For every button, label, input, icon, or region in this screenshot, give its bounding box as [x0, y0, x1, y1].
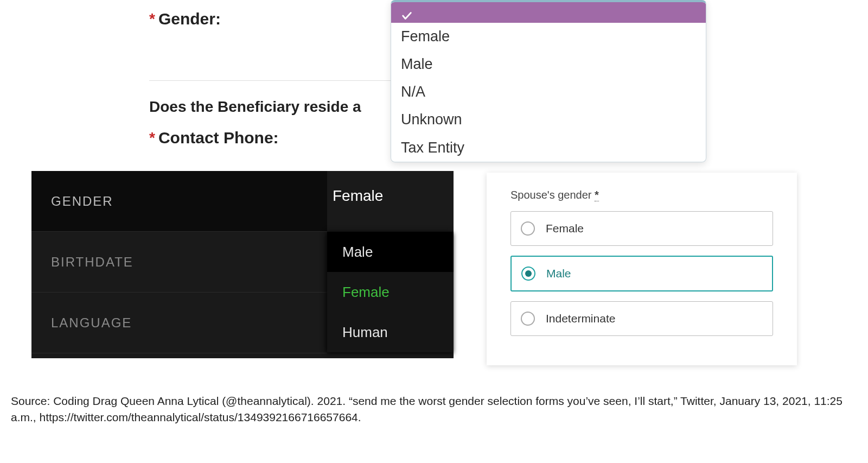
- required-asterisk: *: [149, 129, 155, 147]
- flyout-option-male[interactable]: Male: [327, 232, 454, 272]
- dropdown-option-male[interactable]: Male: [391, 50, 706, 78]
- dropdown-option-tax-entity[interactable]: Tax Entity: [391, 134, 706, 162]
- required-asterisk: *: [149, 10, 155, 28]
- radio-label: Indeterminate: [546, 312, 615, 325]
- sidebar-item-gender[interactable]: GENDER: [31, 171, 327, 232]
- gender-label: Gender:: [158, 10, 221, 28]
- radio-option-male[interactable]: Male: [510, 256, 773, 291]
- dropdown-option-unknown[interactable]: Unknown: [391, 106, 706, 134]
- gender-current-value: Female: [333, 187, 383, 205]
- gender-flyout-menu: Male Female Human: [327, 232, 454, 352]
- check-icon: [401, 7, 413, 18]
- gender-dropdown[interactable]: Female Male N/A Unknown Tax Entity: [391, 0, 706, 162]
- radio-option-female[interactable]: Female: [510, 211, 773, 246]
- spouse-gender-label: Spouse's gender *: [510, 189, 773, 201]
- dropdown-option-na[interactable]: N/A: [391, 78, 706, 106]
- sidebar-item-birthdate[interactable]: BIRTHDATE: [31, 232, 327, 293]
- dropdown-option-female[interactable]: Female: [391, 23, 706, 50]
- radio-icon: [521, 267, 535, 281]
- source-caption: Source: Coding Drag Queen Anna Lytical (…: [11, 393, 857, 426]
- flyout-option-female[interactable]: Female: [327, 272, 454, 312]
- radio-option-indeterminate[interactable]: Indeterminate: [510, 301, 773, 336]
- radio-icon: [521, 312, 535, 326]
- radio-icon: [521, 221, 535, 236]
- radio-label: Female: [546, 222, 584, 235]
- required-asterisk: *: [595, 189, 599, 201]
- contact-phone-label: Contact Phone:: [158, 129, 279, 147]
- radio-label: Male: [546, 267, 571, 280]
- panel-dark-form: GENDER BIRTHDATE LANGUAGE Female Male Fe…: [31, 171, 454, 358]
- panel-radio-card: Spouse's gender * Female Male Indetermin…: [487, 173, 797, 365]
- sidebar-item-language[interactable]: LANGUAGE: [31, 293, 327, 353]
- spouse-gender-text: Spouse's gender: [510, 189, 595, 201]
- divider: [149, 80, 393, 81]
- dark-sidebar: GENDER BIRTHDATE LANGUAGE: [31, 171, 327, 358]
- dropdown-option-blank[interactable]: [391, 2, 706, 23]
- flyout-option-human[interactable]: Human: [327, 312, 454, 352]
